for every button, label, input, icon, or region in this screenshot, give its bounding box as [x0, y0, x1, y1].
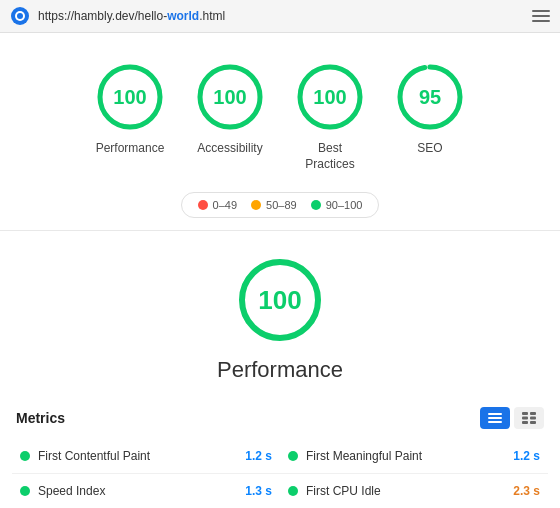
svg-rect-20	[522, 421, 528, 424]
toggle-list-button[interactable]	[480, 407, 510, 429]
legend-dot-green	[311, 200, 321, 210]
score-circle-best-practices: 100	[294, 61, 366, 133]
score-label-performance: Performance	[96, 141, 165, 157]
main-score-label: Performance	[217, 357, 343, 383]
score-label-accessibility: Accessibility	[197, 141, 262, 157]
metric-name-fmp: First Meaningful Paint	[306, 449, 513, 463]
svg-rect-16	[522, 412, 528, 415]
score-label-best-practices: BestPractices	[305, 141, 354, 172]
metric-value-fcp: 1.2 s	[245, 449, 272, 463]
legend-orange: 50–89	[251, 199, 297, 211]
svg-rect-13	[488, 413, 502, 415]
toggle-detail-button[interactable]	[514, 407, 544, 429]
score-value-performance: 100	[113, 86, 146, 109]
metric-name-si: Speed Index	[38, 484, 245, 498]
svg-rect-19	[530, 417, 536, 420]
score-circle-performance: 100	[94, 61, 166, 133]
main-score-section: 100 Performance	[0, 231, 560, 395]
score-seo: 95 SEO	[394, 61, 466, 172]
main-score-circle: 100	[235, 255, 325, 345]
svg-rect-17	[530, 412, 536, 415]
legend-green: 90–100	[311, 199, 363, 211]
legend-dot-orange	[251, 200, 261, 210]
metric-value-fci: 2.3 s	[513, 484, 540, 498]
svg-rect-18	[522, 417, 528, 420]
metric-first-meaningful-paint: First Meaningful Paint 1.2 s	[280, 439, 548, 474]
legend-dot-red	[198, 200, 208, 210]
metric-speed-index: Speed Index 1.3 s	[12, 474, 280, 508]
score-accessibility: 100 Accessibility	[194, 61, 266, 172]
score-label-seo: SEO	[417, 141, 442, 157]
metrics-grid: First Contentful Paint 1.2 s First Meani…	[0, 439, 560, 508]
score-performance: 100 Performance	[94, 61, 166, 172]
score-value-best-practices: 100	[313, 86, 346, 109]
metrics-title: Metrics	[16, 410, 65, 426]
score-best-practices: 100 BestPractices	[294, 61, 366, 172]
metric-first-cpu-idle: First CPU Idle 2.3 s	[280, 474, 548, 508]
score-circle-accessibility: 100	[194, 61, 266, 133]
browser-url[interactable]: https://hambly.dev/hello-world.html	[38, 9, 524, 23]
svg-point-2	[17, 13, 23, 19]
view-toggles	[480, 407, 544, 429]
metric-value-si: 1.3 s	[245, 484, 272, 498]
metric-dot-fcp	[20, 451, 30, 461]
browser-logo	[10, 6, 30, 26]
metric-dot-fci	[288, 486, 298, 496]
main-score-value: 100	[258, 285, 301, 316]
legend-label-red: 0–49	[213, 199, 237, 211]
score-value-accessibility: 100	[213, 86, 246, 109]
browser-bar: https://hambly.dev/hello-world.html	[0, 0, 560, 33]
legend-label-green: 90–100	[326, 199, 363, 211]
metric-name-fcp: First Contentful Paint	[38, 449, 245, 463]
metrics-header: Metrics	[0, 395, 560, 439]
metric-first-contentful-paint: First Contentful Paint 1.2 s	[12, 439, 280, 474]
legend-red: 0–49	[198, 199, 237, 211]
legend-label-orange: 50–89	[266, 199, 297, 211]
scores-row: 100 Performance 100 Accessibility 100 Be…	[0, 33, 560, 188]
svg-rect-15	[488, 421, 502, 423]
metric-name-fci: First CPU Idle	[306, 484, 513, 498]
score-value-seo: 95	[419, 86, 441, 109]
browser-menu-icon[interactable]	[532, 10, 550, 22]
legend: 0–49 50–89 90–100	[0, 192, 560, 218]
metric-dot-fmp	[288, 451, 298, 461]
metric-dot-si	[20, 486, 30, 496]
svg-rect-14	[488, 417, 502, 419]
svg-rect-21	[530, 421, 536, 424]
metric-value-fmp: 1.2 s	[513, 449, 540, 463]
score-circle-seo: 95	[394, 61, 466, 133]
